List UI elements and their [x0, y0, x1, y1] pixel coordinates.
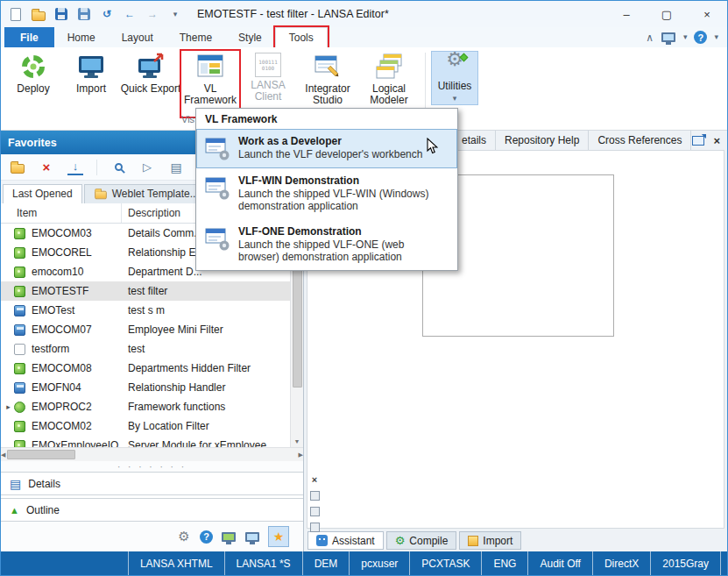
tab-compile[interactable]: ⚙ Compile [386, 531, 457, 550]
help-icon[interactable]: ? [200, 530, 213, 544]
status-audit[interactable]: Audit Off [527, 551, 591, 575]
tab-last-opened[interactable]: Last Opened [3, 184, 82, 203]
import-label: Import [76, 83, 106, 95]
logical-modeler-button[interactable]: Logical Modeler [358, 51, 420, 106]
item-description: test [122, 343, 290, 355]
table-row-selected[interactable]: EMOTESTF test filter [1, 281, 290, 301]
delete-icon[interactable]: × [39, 160, 54, 175]
close-pane-icon[interactable]: × [312, 474, 317, 485]
table-row[interactable]: EMOxEmployeeIO Server Module for xEmploy… [1, 436, 290, 447]
status-partition[interactable]: DEM [302, 551, 350, 575]
pane-button-icon[interactable] [310, 491, 320, 501]
preview-monitor-icon[interactable] [661, 30, 676, 46]
scroll-down-icon[interactable]: ▼ [294, 435, 300, 447]
list-view-icon[interactable]: ▤ [168, 160, 184, 175]
tab-theme[interactable]: Theme [166, 27, 225, 47]
panel-splitter-handle[interactable]: · · · · · · · [1, 461, 303, 472]
table-row[interactable]: testform test [1, 339, 290, 359]
scrollbar-thumb[interactable] [7, 450, 75, 459]
table-row-expandable[interactable]: ▸ EMOPROC2 Framework functions [1, 397, 290, 416]
tab-assistant[interactable]: Assistant [307, 531, 384, 550]
close-pane-icon[interactable]: × [713, 134, 720, 147]
compile-label: Compile [409, 535, 448, 547]
save-all-icon[interactable] [76, 6, 92, 22]
column-header-item[interactable]: Item [1, 203, 122, 223]
horizontal-scrollbar[interactable]: ◀ ▶ [1, 447, 303, 461]
tools-gear-icon[interactable]: ⚙ [176, 529, 192, 544]
undo-icon[interactable]: ↺ [99, 6, 115, 22]
pane-button-icon[interactable] [310, 523, 320, 532]
expander-icon[interactable]: ▸ [3, 402, 14, 411]
tab-tools[interactable]: Tools [275, 27, 328, 47]
status-system[interactable]: LANSA1 *S [224, 551, 302, 575]
help-icon[interactable]: ? [694, 31, 707, 44]
menu-item-work-as-developer[interactable]: Work as a Developer Launch the VLF devel… [196, 129, 457, 168]
run-icon[interactable]: ▷ [139, 160, 155, 175]
tab-repository-help[interactable]: Repository Help [496, 131, 589, 150]
tab-weblet-templates[interactable]: Weblet Template... [84, 184, 209, 203]
status-lang-code[interactable]: ENG [481, 551, 527, 575]
monitor-dropdown-icon[interactable]: ▾ [683, 33, 688, 41]
search-icon[interactable] [110, 160, 126, 175]
bottom-tab-strip: Assistant ⚙ Compile Import [307, 530, 521, 550]
save-icon[interactable] [53, 6, 69, 22]
item-description: Framework functions [122, 401, 290, 413]
tab-import[interactable]: Import [459, 531, 521, 550]
forward-icon[interactable]: → [145, 6, 160, 22]
table-row[interactable]: EMOCOM02 By Location Filter [1, 416, 290, 436]
status-task[interactable]: PCXTASK [409, 551, 481, 575]
tab-style[interactable]: Style [225, 27, 275, 47]
back-icon[interactable]: ← [122, 6, 138, 22]
deploy-button[interactable]: Deploy [4, 51, 62, 95]
tab-home[interactable]: Home [54, 27, 109, 47]
import-button[interactable]: Import [62, 51, 120, 95]
qat-dropdown-icon[interactable]: ▾ [167, 6, 183, 22]
open-icon[interactable] [31, 6, 46, 22]
new-folder-icon[interactable] [10, 160, 25, 175]
close-button[interactable]: × [687, 1, 727, 27]
green-monitor-icon[interactable] [221, 529, 237, 544]
pane-button-icon[interactable] [310, 507, 320, 516]
float-window-icon[interactable] [692, 136, 704, 146]
favorites-view-button[interactable]: ★ [268, 526, 289, 547]
table-row[interactable]: EMOCOM07 Employee Mini Filter [1, 320, 290, 339]
lansa-client-icon: 100111 0100 [255, 53, 281, 77]
last-opened-label: Last Opened [12, 188, 73, 200]
scroll-right-icon[interactable]: ▶ [299, 449, 303, 461]
new-document-icon[interactable] [8, 6, 24, 22]
status-user[interactable]: pcxuser [349, 551, 409, 575]
blue-monitor-icon[interactable] [244, 529, 260, 544]
import-object-icon[interactable]: ↓ [67, 160, 83, 175]
item-name: EMOxEmployeeIO [32, 439, 122, 447]
vlf-window-gear-icon [204, 135, 230, 161]
outline-panel-bar[interactable]: ▲ Outline [1, 498, 303, 522]
utilities-button[interactable]: ⚙ Utilities ▾ [431, 51, 478, 105]
maximize-button[interactable]: ▢ [647, 1, 687, 27]
tab-details[interactable]: etails [453, 131, 496, 150]
item-name: EMOCOM02 [32, 420, 122, 432]
vl-framework-button[interactable]: VL Framework ▾ [181, 51, 239, 117]
status-language[interactable]: LANSA XHTML [128, 551, 224, 575]
weblet-templates-label: Weblet Template... [112, 188, 199, 200]
status-renderer[interactable]: DirectX [592, 551, 650, 575]
tab-layout[interactable]: Layout [109, 27, 166, 47]
item-description: Relationship Handler [122, 381, 290, 394]
tab-cross-references[interactable]: Cross References [589, 131, 691, 150]
table-row[interactable]: EMOCOM08 Departments Hidden Filter [1, 359, 290, 378]
collapse-ribbon-icon[interactable]: ∧ [646, 32, 654, 43]
collapsed-pane-strip: × [307, 474, 322, 532]
integrator-studio-icon [314, 53, 342, 81]
integrator-studio-button[interactable]: Integrator Studio [297, 51, 358, 106]
help-dropdown-icon[interactable]: ▾ [714, 33, 718, 41]
details-panel-bar[interactable]: ▤ Details [1, 472, 303, 495]
table-row[interactable]: EMOFN04 Relationship Handler [1, 378, 290, 397]
menu-item-vlf-win-demo[interactable]: VLF-WIN Demonstration Launch the shipped… [196, 168, 457, 219]
quick-export-button[interactable]: Quick Export [120, 51, 181, 95]
import-label: Import [483, 535, 512, 547]
status-theme[interactable]: 2015Gray [650, 551, 720, 575]
tab-file[interactable]: File [4, 27, 54, 47]
minimize-button[interactable]: – [606, 1, 647, 27]
scroll-left-icon[interactable]: ◀ [1, 449, 5, 461]
table-row[interactable]: EMOTest test s m [1, 301, 290, 320]
menu-item-vlf-one-demo[interactable]: VLF-ONE Demonstration Launch the shipped… [196, 219, 457, 270]
